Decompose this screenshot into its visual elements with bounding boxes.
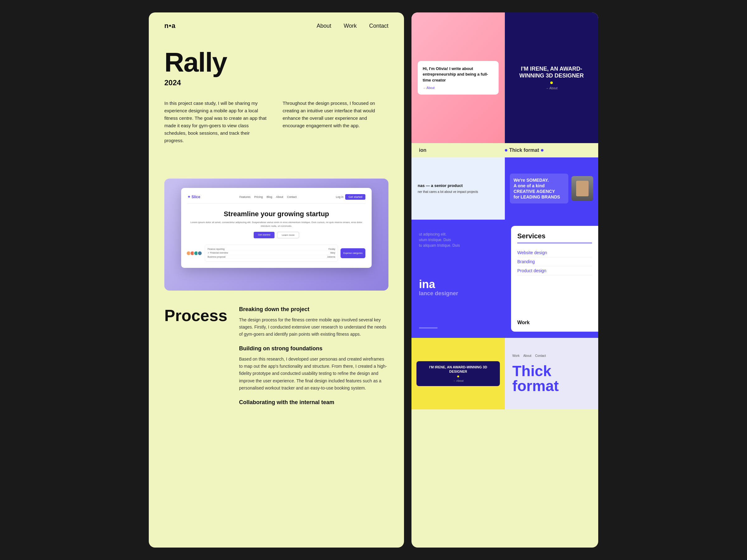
- nav-links: About Work Contact: [316, 23, 388, 29]
- irene-small-cell: I'M IRENE, AN AWARD-WINNING 3D DESIGNER …: [411, 338, 505, 409]
- intro-p2: Throughout the design process, I focused…: [283, 100, 388, 129]
- mock-pricing: Pricing: [254, 195, 263, 198]
- nav: n•a About Work Contact: [149, 12, 404, 39]
- someday-line3: CREATIVE AGENCY: [514, 189, 555, 194]
- mock-about: About: [276, 195, 283, 198]
- someday-text: We're SOMEDAY. A one of a kind CREATIVE …: [514, 177, 565, 200]
- project-year: 2024: [164, 78, 388, 87]
- freelancer-info: ut adipiscing elit. utum tristique. Duis…: [419, 229, 504, 248]
- freelancer-desc-1: ut adipiscing elit.: [419, 232, 504, 236]
- service-3[interactable]: Product design: [517, 266, 592, 275]
- someday-line1: We're SOMEDAY.: [514, 178, 549, 183]
- mock-contact: Contact: [287, 195, 297, 198]
- dot-bullet-2: [541, 149, 543, 152]
- avatar-4: [197, 251, 202, 256]
- process-columns: Process Breaking down the project The de…: [164, 306, 388, 409]
- purple-right: Services Website design Branding Product…: [511, 226, 598, 331]
- olivia-greeting: Hi, I'm Olivia! I write about entreprene…: [423, 66, 494, 83]
- process-section: Process Breaking down the project The de…: [149, 306, 404, 409]
- label-left: ion: [419, 148, 505, 153]
- thick-format-title: Thick format: [512, 364, 591, 394]
- process-left: Process: [164, 306, 227, 409]
- right-panel: Hi, I'm Olivia! I write about entreprene…: [411, 12, 598, 548]
- irene-small-name: I'M IRENE, AN AWARD-WINNING 3D DESIGNER: [420, 365, 496, 374]
- table-cell-3: ✓ Financial overview: [208, 252, 228, 254]
- purple-divider: [419, 327, 438, 328]
- senior-desc: ner that cares a lot about ve impact pro…: [418, 190, 499, 194]
- mockup-buttons: Get started Learn more: [187, 232, 365, 238]
- right-label-row: ion Thick format: [411, 143, 598, 157]
- freelancer-desc-2: utum tristique. Duis: [419, 238, 504, 242]
- table-row-1: Finance reporting Freddy: [208, 247, 335, 251]
- dot-bullet: [505, 149, 507, 152]
- work-link[interactable]: Work: [517, 320, 592, 325]
- freelancer-names: ina lance designer: [419, 278, 504, 297]
- mock-cta[interactable]: Get started: [345, 194, 365, 200]
- someday-line4: for LEADING BRANDS: [514, 194, 560, 199]
- left-panel: n•a About Work Contact Rally 2024 In thi…: [149, 12, 404, 548]
- process-text-1: The design process for the fitness centr…: [239, 316, 388, 338]
- senior-cell: nas — a senior product ner that cares a …: [411, 157, 505, 220]
- irene-cell: I'M IRENE, AN AWARD-WINNING 3D DESIGNER …: [505, 12, 598, 143]
- nav-contact[interactable]: Contact: [369, 23, 388, 29]
- table-cell-1: Finance reporting: [208, 248, 225, 250]
- table-cell-2: Freddy: [328, 248, 335, 250]
- mock-features: Features: [239, 195, 251, 198]
- process-heading-2: Building on strong foundations: [239, 345, 388, 352]
- mock-login: Log in: [336, 195, 344, 198]
- irene-about[interactable]: → About: [511, 86, 592, 90]
- intro-columns: In this project case study, I will be sh…: [164, 100, 388, 151]
- irene-dot: [550, 81, 553, 84]
- hero-image-container: ✦ Slice Features Pricing Blog About Cont…: [164, 179, 388, 291]
- mockup-nav: ✦ Slice Features Pricing Blog About Cont…: [187, 194, 365, 204]
- right-big-purple: ut adipiscing elit. utum tristique. Duis…: [411, 220, 598, 338]
- irene-small-about: → About: [420, 379, 496, 382]
- someday-cell: We're SOMEDAY. A one of a kind CREATIVE …: [505, 157, 598, 220]
- mockup-logo: ✦ Slice: [187, 195, 200, 199]
- label-thick-text: Thick format: [509, 148, 539, 153]
- mockup-nav-links: Features Pricing Blog About Contact: [239, 195, 297, 198]
- purple-left: ut adipiscing elit. utum tristique. Duis…: [411, 220, 511, 338]
- nav-work[interactable]: Work: [344, 23, 357, 29]
- table-cell-5: Business proposal: [208, 256, 225, 258]
- someday-card: We're SOMEDAY. A one of a kind CREATIVE …: [510, 174, 568, 204]
- service-2[interactable]: Branding: [517, 257, 592, 266]
- thick-nav: Work About Contact: [512, 354, 546, 357]
- thick-nav-contact[interactable]: Contact: [535, 354, 546, 357]
- mockup-btn-start[interactable]: Get started: [254, 232, 275, 238]
- main-content: Rally 2024 In this project case study, I…: [149, 39, 404, 179]
- process-title: Process: [164, 306, 227, 325]
- right-mid-grid: nas — a senior product ner that cares a …: [411, 157, 598, 220]
- service-1[interactable]: Website design: [517, 248, 592, 257]
- irene-small-dot: [457, 375, 459, 377]
- services-title: Services: [517, 232, 592, 243]
- hero-inner: ✦ Slice Features Pricing Blog About Cont…: [181, 188, 371, 268]
- intro-p1: In this project case study, I will be sh…: [164, 100, 270, 144]
- label-thick: Thick format: [505, 148, 591, 153]
- nav-about[interactable]: About: [316, 23, 331, 29]
- services-top: Services Website design Branding Product…: [517, 232, 592, 275]
- olivia-card: Hi, I'm Olivia! I write about entreprene…: [418, 61, 499, 95]
- irene-card: I'M IRENE, AN AWARD-WINNING 3D DESIGNER …: [511, 65, 592, 90]
- thick-nav-about[interactable]: About: [523, 354, 531, 357]
- mock-blog: Blog: [266, 195, 272, 198]
- olivia-cell: Hi, I'm Olivia! I write about entreprene…: [411, 12, 505, 143]
- intro-right: Throughout the design process, I focused…: [283, 100, 388, 151]
- irene-name: I'M IRENE, AN AWARD-WINNING 3D DESIGNER: [511, 65, 592, 79]
- right-thick-section: Work About Contact Thick format: [505, 338, 598, 409]
- right-top-grid: Hi, I'm Olivia! I write about entreprene…: [411, 12, 598, 143]
- olivia-about[interactable]: → About: [423, 86, 494, 89]
- freelancer-desc-3: tu aliquam tristique. Duis: [419, 243, 504, 248]
- table-row-3: Business proposal Julianna: [208, 255, 335, 259]
- irene-small-card: I'M IRENE, AN AWARD-WINNING 3D DESIGNER …: [416, 361, 500, 386]
- thick-nav-work[interactable]: Work: [512, 354, 519, 357]
- table-cell-4: Mary: [330, 252, 335, 254]
- nav-logo: n•a: [164, 22, 176, 30]
- mockup-btn-learn[interactable]: Learn more: [277, 232, 299, 238]
- freelancer-first-name: ina: [419, 278, 504, 291]
- mockup-table: Finance reporting Freddy ✓ Financial ove…: [205, 244, 338, 262]
- expense-badge: Expense categories: [340, 248, 365, 258]
- process-text-2: Based on this research, I developed user…: [239, 355, 388, 391]
- freelancer-title: lance designer: [419, 290, 504, 297]
- mockup-hero-sub: Lorem ipsum dolor sit amet, consectetur …: [187, 220, 365, 228]
